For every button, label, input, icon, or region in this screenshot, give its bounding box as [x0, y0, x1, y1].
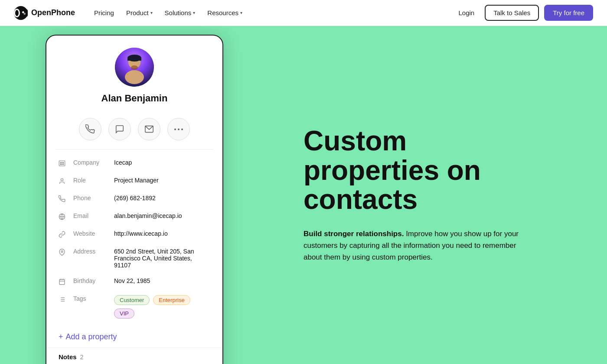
phone-value: (269) 682-1892 — [114, 195, 210, 202]
hero-body-bold: Build stronger relationships. — [304, 230, 404, 238]
nav-resources[interactable]: Resources ▾ — [202, 6, 248, 20]
notes-count: 2 — [80, 354, 84, 361]
website-value: http://www.icecap.io — [114, 230, 210, 237]
phone-label: Phone — [73, 195, 108, 202]
call-button[interactable] — [79, 118, 101, 140]
svg-rect-16 — [61, 164, 62, 165]
svg-rect-17 — [62, 164, 63, 165]
svg-rect-14 — [61, 162, 62, 163]
hero-text: Custom properties on contacts Build stro… — [304, 127, 529, 263]
svg-point-12 — [181, 128, 183, 130]
message-button[interactable] — [108, 118, 131, 140]
tags-value: Customer Enterprise VIP — [114, 295, 210, 318]
action-buttons — [46, 111, 222, 149]
property-company: Company Icecap — [59, 155, 210, 172]
openphone-logo-svg — [20, 6, 28, 20]
address-label: Address — [73, 248, 108, 255]
logo-icon — [14, 6, 28, 20]
email-label: Email — [73, 212, 108, 219]
property-phone: Phone (269) 682-1892 — [59, 190, 210, 208]
navbar: OpenPhone Pricing Product ▾ Solutions ▾ … — [0, 0, 607, 26]
main-content: Alan Benjamin — [0, 26, 607, 364]
contact-header: Alan Benjamin — [46, 36, 222, 111]
email-icon — [59, 213, 67, 221]
notes-header: Notes 2 — [59, 353, 210, 361]
role-value: Project Manager — [114, 177, 210, 184]
tag-enterprise[interactable]: Enterprise — [153, 295, 190, 305]
properties-list: Company Icecap Role Project Manager — [46, 150, 222, 328]
role-icon — [59, 178, 67, 186]
company-value: Icecap — [114, 159, 210, 166]
role-label: Role — [73, 177, 108, 184]
product-chevron-icon: ▾ — [150, 10, 153, 15]
logo-text: OpenPhone — [31, 8, 75, 17]
nav-links: Pricing Product ▾ Solutions ▾ Resources … — [89, 6, 248, 20]
svg-rect-7 — [127, 58, 141, 61]
email-value: alan.benjamin@icecap.io — [114, 212, 210, 219]
birthday-value: Nov 22, 1985 — [114, 277, 210, 284]
try-for-free-button[interactable]: Try for free — [544, 5, 593, 21]
property-website: Website http://www.icecap.io — [59, 226, 210, 244]
svg-point-10 — [174, 128, 176, 130]
property-birthday: Birthday Nov 22, 1985 — [59, 273, 210, 291]
hero-body: Build stronger relationships. Improve ho… — [304, 228, 529, 263]
right-panel: Custom properties on contacts Build stro… — [269, 26, 607, 364]
plus-icon: + — [59, 332, 63, 341]
svg-rect-15 — [62, 162, 63, 163]
tag-customer[interactable]: Customer — [114, 295, 150, 305]
svg-point-21 — [61, 251, 63, 253]
svg-point-11 — [178, 128, 179, 130]
solutions-chevron-icon: ▾ — [193, 10, 195, 15]
birthday-icon — [59, 278, 67, 286]
property-address: Address 650 2nd Street, Unit 205, San Fr… — [59, 244, 210, 273]
property-email: Email alan.benjamin@icecap.io — [59, 208, 210, 226]
avatar — [115, 48, 154, 87]
svg-point-8 — [131, 65, 138, 70]
address-icon — [59, 249, 67, 257]
tag-vip[interactable]: VIP — [114, 309, 134, 318]
svg-rect-1 — [22, 11, 24, 13]
company-icon — [59, 160, 67, 168]
svg-point-5 — [125, 70, 144, 84]
more-button[interactable] — [167, 118, 190, 140]
add-property-label: Add a property — [66, 332, 117, 341]
company-label: Company — [73, 159, 108, 166]
phone-icon — [59, 195, 67, 204]
property-role: Role Project Manager — [59, 172, 210, 190]
login-button[interactable]: Login — [453, 6, 480, 20]
nav-solutions[interactable]: Solutions ▾ — [160, 6, 201, 20]
talk-to-sales-button[interactable]: Talk to Sales — [485, 5, 539, 21]
email-button[interactable] — [138, 118, 160, 140]
svg-point-18 — [61, 179, 63, 181]
add-property-button[interactable]: + Add a property — [46, 328, 222, 348]
address-value: 650 2nd Street, Unit 205, San Francisco … — [114, 248, 210, 269]
tags-label: Tags — [73, 295, 108, 302]
hero-heading: Custom properties on contacts — [304, 127, 529, 214]
tags-icon — [59, 296, 67, 304]
svg-rect-0 — [20, 9, 28, 16]
svg-rect-13 — [59, 161, 65, 166]
svg-rect-2 — [23, 13, 26, 15]
nav-pricing[interactable]: Pricing — [89, 6, 119, 20]
left-panel: Alan Benjamin — [0, 26, 269, 364]
birthday-label: Birthday — [73, 277, 108, 284]
nav-product[interactable]: Product ▾ — [121, 6, 158, 20]
resources-chevron-icon: ▾ — [240, 10, 242, 15]
logo[interactable]: OpenPhone — [14, 6, 75, 20]
notes-section: Notes 2 RH Ruth Henderson 😊 Today, 9:37 … — [46, 348, 222, 364]
phone-mockup: Alan Benjamin — [46, 35, 223, 364]
svg-rect-22 — [59, 280, 65, 285]
nav-right: Login Talk to Sales Try for free — [453, 5, 593, 21]
contact-name: Alan Benjamin — [59, 93, 210, 104]
website-icon — [59, 231, 67, 239]
website-label: Website — [73, 230, 108, 237]
notes-title: Notes — [59, 353, 77, 361]
property-tags: Tags Customer Enterprise VIP — [59, 291, 210, 323]
